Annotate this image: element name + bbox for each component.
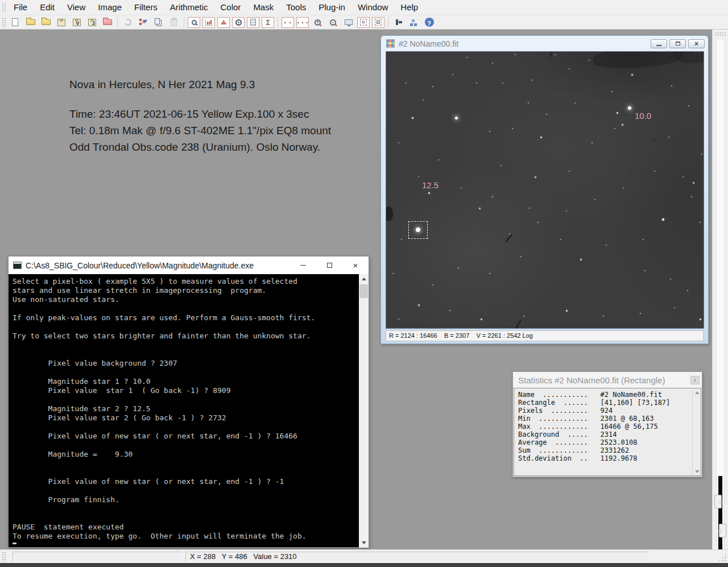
paste-icon[interactable] xyxy=(167,16,181,29)
menu-plugin[interactable]: Plug-in xyxy=(312,0,351,15)
fit-image-icon[interactable] xyxy=(372,17,384,28)
menubar-grip[interactable] xyxy=(2,2,6,13)
statistics-scrollbar[interactable] xyxy=(692,388,701,475)
target-icon[interactable] xyxy=(232,17,245,28)
blocks-icon[interactable] xyxy=(407,16,421,29)
menu-window[interactable]: Window xyxy=(351,0,394,15)
clamp-icon[interactable] xyxy=(391,16,406,29)
star xyxy=(489,273,490,274)
new-file-icon[interactable] xyxy=(8,16,22,29)
toolbar-grip[interactable] xyxy=(2,17,6,27)
resize-grip-icon[interactable] xyxy=(718,553,726,561)
save-j-icon[interactable] xyxy=(85,16,99,29)
console-scroll-thumb[interactable] xyxy=(359,284,368,298)
menu-file[interactable]: File xyxy=(7,0,34,15)
pixel-3-icon[interactable] xyxy=(296,17,309,28)
star xyxy=(560,239,561,240)
image-window-icon xyxy=(386,39,395,48)
annotation-line: Time: 23:46UT 2021-06-15 Yellow Exp.100 … xyxy=(69,106,331,122)
star xyxy=(398,142,399,143)
toolbar-buttons xyxy=(7,15,437,29)
star xyxy=(631,74,633,76)
console-maximize-button[interactable] xyxy=(316,256,342,274)
star xyxy=(566,210,567,212)
save-icon[interactable] xyxy=(54,16,68,29)
image-window-statusbar: R = 2124 : 16466 B = 2307 V = 2261 : 254… xyxy=(386,330,704,341)
menu-filters[interactable]: Filters xyxy=(128,0,164,15)
fit-window-icon[interactable] xyxy=(357,17,370,28)
star xyxy=(532,80,533,81)
star xyxy=(392,273,394,274)
pixel-2-icon[interactable] xyxy=(282,17,294,28)
restore-button[interactable] xyxy=(669,39,686,48)
statusbar-coordinates: X = 288 Y = 486 Value = 2310 xyxy=(185,552,650,562)
star xyxy=(569,68,570,69)
console-titlebar[interactable]: C:\As8_SBIG_Colour\Reduced\Yellow\Magnit… xyxy=(9,256,369,274)
upper-threshold-handle[interactable] xyxy=(714,495,722,508)
console-scrollbar[interactable] xyxy=(359,274,369,548)
toolbar-separator xyxy=(117,16,118,28)
console-app-icon xyxy=(13,262,22,269)
menu-help[interactable]: Help xyxy=(394,0,424,15)
star xyxy=(640,313,641,314)
statistics-titlebar[interactable]: Statistics #2 NoName00.fit (Rectangle) x xyxy=(513,372,702,388)
star xyxy=(432,86,433,87)
star xyxy=(438,159,439,160)
scroll-down-icon[interactable] xyxy=(359,538,369,548)
menu-tools[interactable]: Tools xyxy=(280,0,312,15)
slider-track xyxy=(716,39,725,545)
open-folder-icon[interactable] xyxy=(23,16,38,29)
menu-view[interactable]: View xyxy=(61,0,92,15)
toolbar xyxy=(0,15,728,30)
status-bar: X = 288 Y = 486 Value = 2310 xyxy=(0,549,728,563)
transfer-icon[interactable] xyxy=(136,16,150,29)
help-icon[interactable] xyxy=(422,16,436,29)
scroll-down-icon[interactable] xyxy=(693,467,701,475)
star xyxy=(416,227,420,232)
scroll-up-icon[interactable] xyxy=(359,274,369,284)
histogram-icon[interactable] xyxy=(202,17,215,28)
star xyxy=(449,310,450,311)
refresh-icon[interactable] xyxy=(121,16,135,29)
console-minimize-button[interactable] xyxy=(290,256,316,274)
statistics-close-button[interactable]: x xyxy=(690,376,700,384)
image-window: #2 NoName00.fit × 10.012.5 R = 2124 : 16… xyxy=(380,35,709,344)
image-defect xyxy=(386,206,393,221)
image-defect xyxy=(652,137,656,143)
star xyxy=(674,307,675,308)
statistics-sigma-icon[interactable] xyxy=(262,17,274,28)
image-window-title: #2 NoName00.fit xyxy=(399,39,651,48)
close-button[interactable]: × xyxy=(688,39,705,48)
magnitude-label: 12.5 xyxy=(422,180,439,190)
minimize-button[interactable] xyxy=(651,39,667,48)
menu-image[interactable]: Image xyxy=(92,0,128,15)
image-defect xyxy=(515,319,522,329)
scroll-up-icon[interactable] xyxy=(693,388,701,396)
save-v-icon[interactable] xyxy=(69,16,84,29)
starfield[interactable]: 10.012.5 xyxy=(386,51,704,329)
recent-folder-icon[interactable] xyxy=(100,16,114,29)
open-image-icon[interactable] xyxy=(39,16,53,29)
console-close-button[interactable]: × xyxy=(342,256,369,274)
star xyxy=(398,318,399,320)
menu-edit[interactable]: Edit xyxy=(34,0,61,15)
console-body: Select a pixel-box ( example 5X5 ) to me… xyxy=(9,274,369,548)
preview-icon[interactable] xyxy=(188,17,200,28)
copy-icon[interactable] xyxy=(151,16,166,29)
star xyxy=(700,222,701,223)
magnitude-label: 10.0 xyxy=(635,111,651,121)
threshold-slider-panel xyxy=(712,30,728,549)
area-icon[interactable] xyxy=(217,17,230,28)
text-page-icon[interactable] xyxy=(247,17,259,28)
menu-color[interactable]: Color xyxy=(214,0,247,15)
image-window-titlebar[interactable]: #2 NoName00.fit × xyxy=(381,36,708,51)
menu-arithmetic[interactable]: Arithmetic xyxy=(164,0,214,15)
zoom-out-icon[interactable] xyxy=(326,16,340,29)
menu-mask[interactable]: Mask xyxy=(247,0,280,15)
lower-threshold-handle[interactable] xyxy=(719,524,726,537)
zoom-in-icon[interactable] xyxy=(311,16,325,29)
star xyxy=(458,267,459,268)
slider-panel-grip[interactable] xyxy=(715,32,726,36)
monitor-icon[interactable] xyxy=(341,16,355,29)
star xyxy=(523,316,524,317)
